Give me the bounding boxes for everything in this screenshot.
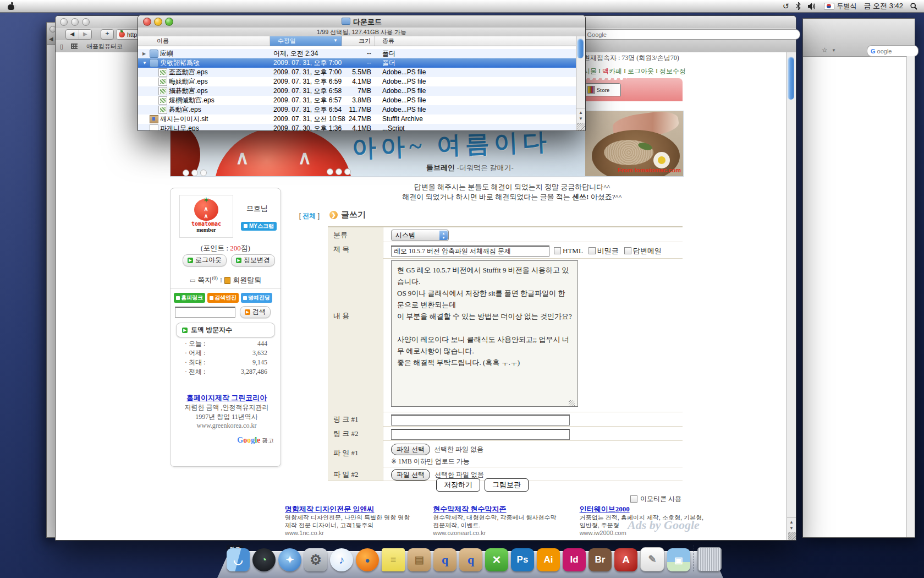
- footer-ad-title[interactable]: 인터웨이브2000: [580, 505, 704, 514]
- zoom-icon[interactable]: [82, 18, 90, 26]
- dock-icon[interactable]: ▤: [408, 548, 431, 571]
- dock-icon[interactable]: q: [459, 548, 482, 571]
- dock-icon[interactable]: ◡: [227, 548, 250, 571]
- bookmark-star-icon[interactable]: ☆: [822, 46, 828, 54]
- finder-row[interactable]: ▼ 臾敂韶褚爲敂 2009. 07. 31, 오후 7:00 -- 폴더: [138, 58, 576, 68]
- dock-icon[interactable]: Br: [588, 548, 612, 571]
- chevron-down-icon[interactable]: ▼: [832, 48, 836, 53]
- close-icon[interactable]: [60, 18, 68, 26]
- finder-scrollbar[interactable]: ▲▼: [576, 36, 585, 130]
- bluetooth-icon[interactable]: [796, 2, 801, 10]
- checkbox-icon[interactable]: [624, 247, 631, 254]
- dock-icon[interactable]: ▣: [667, 548, 690, 571]
- finder-titlebar[interactable]: 다운로드: [138, 15, 585, 28]
- search-button[interactable]: ▶검색: [240, 306, 271, 318]
- finder-resize-grip[interactable]: [577, 123, 585, 130]
- category-select[interactable]: 시스템 ▲▼: [391, 230, 449, 241]
- scrollbar-thumb[interactable]: [788, 57, 794, 100]
- footer-ad-url[interactable]: www.1nc.co.kr: [285, 529, 410, 537]
- dock-icon[interactable]: Id: [563, 548, 586, 571]
- menu-clock[interactable]: 금 오전 3:42: [864, 1, 903, 11]
- change-info-button[interactable]: ▶정보변경: [231, 254, 275, 266]
- minimize-icon[interactable]: [71, 18, 79, 26]
- column-header-kind[interactable]: 종류: [375, 36, 576, 46]
- time-machine-icon[interactable]: ↺: [783, 2, 789, 10]
- finder-row[interactable]: ▶ 应嶼 어제, 오전 2:34 -- 폴더: [138, 49, 576, 58]
- content-textarea[interactable]: 현 G5 레오 10.5.7 버전에서 Stuffit 9 버전을 사용하고 있…: [391, 260, 578, 407]
- scrollbar[interactable]: [906, 56, 915, 537]
- bookmarks-book-icon[interactable]: ▯: [60, 43, 63, 50]
- dock-icon[interactable]: ♪: [330, 548, 353, 571]
- finder-scrollbar-thumb[interactable]: [577, 39, 584, 58]
- store-tab[interactable]: Store: [585, 83, 621, 96]
- finder-row[interactable]: 攝碁勳宫.eps 2009. 07. 31, 오후 6:58 7MB Adobe…: [138, 86, 576, 96]
- column-header-date[interactable]: 수정일▼: [270, 36, 342, 46]
- top-sites-grid-icon[interactable]: [71, 43, 78, 49]
- my-scrap-badge[interactable]: MY스크랩: [241, 220, 277, 231]
- dock-icon[interactable]: [693, 545, 695, 571]
- dock-icon[interactable]: ≡: [382, 548, 405, 571]
- google-search-field[interactable]: [573, 29, 800, 40]
- disclosure-triangle-icon[interactable]: ▼: [142, 58, 148, 68]
- google-search-field-small[interactable]: G oogle: [867, 45, 919, 57]
- user-nav-links[interactable]: 게시물 I 맥카페 I 로그아웃 I 정보수정: [577, 67, 686, 76]
- safari-resize-grip[interactable]: [788, 532, 796, 540]
- apple-menu-icon[interactable]: [8, 3, 15, 10]
- footer-ad-url[interactable]: www.ozoneart.co.kr: [433, 529, 556, 537]
- finder-row[interactable]: 盇盇勳宫.eps 2009. 07. 31, 오후 7:00 5.5MB Ado…: [138, 68, 576, 77]
- column-header-size[interactable]: 크기: [342, 36, 375, 46]
- dock-icon[interactable]: ●: [356, 548, 379, 571]
- nav-buttons[interactable]: ◀ ▶: [65, 29, 92, 40]
- withdraw-link[interactable]: 회원탈퇴: [233, 275, 261, 285]
- new-tab-button[interactable]: +: [101, 29, 114, 40]
- checkbox-icon[interactable]: [554, 247, 561, 254]
- pagination-dots[interactable]: [183, 168, 209, 177]
- safari-scrollbar[interactable]: ▲▼: [787, 52, 796, 540]
- title-input[interactable]: [391, 246, 549, 257]
- keep-image-button[interactable]: 그림보관: [485, 478, 529, 492]
- textarea-resize-grip[interactable]: [569, 400, 575, 406]
- bookmark-item[interactable]: 애플컴퓨터코: [86, 42, 123, 51]
- file-select-button-2[interactable]: 파일 선택: [391, 469, 430, 481]
- dock-icon[interactable]: ◔: [252, 548, 276, 571]
- dock-icon[interactable]: q: [433, 548, 457, 571]
- volume-icon[interactable]: [808, 3, 817, 10]
- form-checkbox[interactable]: 비밀글: [588, 246, 619, 256]
- column-header-name[interactable]: 이름: [138, 36, 270, 46]
- member-search-input[interactable]: [175, 307, 235, 318]
- dock-icon[interactable]: A: [614, 548, 637, 571]
- checkbox-icon[interactable]: [588, 247, 596, 254]
- folder-proxy-icon[interactable]: [342, 18, 350, 25]
- search-engine-badge[interactable]: 검색엔진: [207, 293, 239, 303]
- link2-input[interactable]: [391, 429, 570, 440]
- hall-of-fame-badge[interactable]: 명예전당: [241, 293, 272, 303]
- footer-ad-title[interactable]: 현수막제작 현수막지존: [433, 505, 556, 514]
- background-window-right[interactable]: ☆ ▼ G oogle: [802, 18, 915, 538]
- footer-ad-title[interactable]: 명함제작 디자인전문 일앤씨: [285, 505, 410, 514]
- finder-window[interactable]: 다운로드 1/99 선택됨, 127.41GB 사용 가능 이름 수정일▼ 크기…: [138, 15, 586, 131]
- google-search-input[interactable]: [586, 31, 795, 39]
- dock-icon[interactable]: ⚙: [304, 548, 327, 571]
- emoticon-checkbox-icon[interactable]: [630, 495, 637, 503]
- back-button[interactable]: ◀: [66, 30, 79, 39]
- file-select-button[interactable]: 파일 선택: [391, 444, 430, 455]
- memo-link[interactable]: 쪽지(0): [197, 275, 218, 285]
- finder-row[interactable]: 깨지는이미지.sit 2009. 07. 31, 오전 10:58 24.7MB…: [138, 114, 576, 124]
- finder-row[interactable]: 煜櫚傶勳宫.eps 2009. 07. 31, 오후 6:57 3.8MB Ad…: [138, 96, 576, 105]
- form-checkbox[interactable]: HTML: [554, 247, 583, 255]
- dock-icon[interactable]: ✎: [640, 547, 664, 571]
- forward-button[interactable]: ▶: [79, 30, 92, 39]
- emoticon-option[interactable]: 이모티콘 사용: [630, 494, 681, 504]
- category-all[interactable]: [ 전체 ]: [276, 211, 320, 221]
- dock-icon[interactable]: Ai: [537, 548, 560, 571]
- sidebar-ad-title[interactable]: 홈페이지제작 그린코리아: [178, 393, 275, 403]
- logout-button[interactable]: ▶로그아웃: [183, 254, 227, 266]
- finder-row[interactable]: 碁勳宫.eps 2009. 07. 31, 오후 6:54 11.7MB Ado…: [138, 105, 576, 114]
- link1-input[interactable]: [391, 415, 570, 426]
- save-button[interactable]: 저장하기: [436, 478, 480, 492]
- pagination-dots-2[interactable]: [327, 167, 353, 177]
- form-checkbox[interactable]: 답변메일: [624, 246, 662, 256]
- scrollbar-arrows[interactable]: ▲▼: [787, 517, 796, 532]
- input-method-menu[interactable]: 두벌식: [824, 2, 856, 11]
- finder-scrollbar-arrows[interactable]: ▲▼: [576, 108, 585, 123]
